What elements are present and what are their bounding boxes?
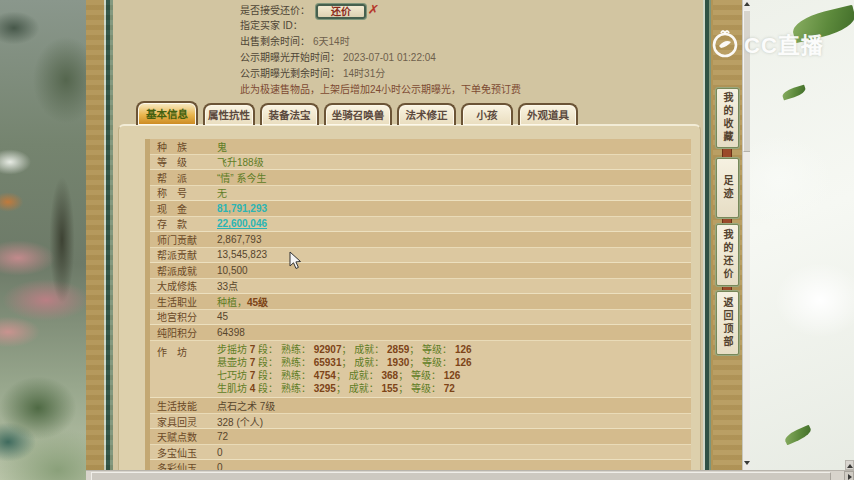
leaf-icon [781,85,807,101]
cc-live-logo: CC直播 [709,27,824,59]
value-segment: 126 [455,357,472,368]
row-label: 生活技能 [150,398,207,413]
row-value: “情” 系今生 [217,170,266,185]
value-segment: 2859 [387,344,409,355]
cc-logo-icon [709,27,741,59]
scrollbar-corner-up-button[interactable] [845,460,854,470]
value-segment: 126 [444,370,461,381]
value-segment: ； 等级： [398,383,444,394]
tab-3[interactable]: 坐骑召唤兽 [324,103,392,125]
row-label: 作 坊 [150,341,207,398]
table-row: 种 族鬼 [150,139,691,155]
page-content: 是否接受还价：还价✗ 指定买家 ID： 出售剩余时间：6天14时 公示期曝光开始… [113,0,703,480]
tab-content-panel: 种 族鬼等 级飞升188级帮 派“情” 系今生称 号无现 金81,791,293… [118,124,701,473]
row-label: 生活职业 [150,294,207,309]
row-label: 家具回灵 [150,414,207,429]
row-label: 纯阳积分 [150,325,207,340]
tab-6[interactable]: 外观道具 [518,103,578,125]
row-label: 存 款 [150,217,207,232]
table-row: 现 金81,791,293 [150,201,691,217]
sidebar-button-3[interactable]: 返回顶部 [716,291,739,355]
value-segment: 种植， [217,294,247,309]
cc-live-logo-text: CC直播 [744,27,824,59]
row-value: 45 [217,310,228,325]
table-row: 家具回灵328 (个人) [150,414,691,430]
tab-5[interactable]: 小孩 [461,103,513,125]
value-segment: 368 [382,370,399,381]
scroll-right-arrow-button[interactable] [844,471,854,480]
value-segment: 92907 [314,344,342,355]
left-decorative-art [0,0,86,480]
expo-remaining-label: 公示期曝光剩余时间： [240,68,340,79]
tab-0[interactable]: 基本信息 [136,101,198,125]
row-label: 称 号 [150,186,207,201]
value-segment: ； 等级： [398,370,444,381]
value-segment: 生肌坊 [217,383,250,394]
workshop-line: 步摇坊 7 段： 熟练： 92907； 成就： 2859； 等级： 126 [217,343,472,356]
table-row: 等 级飞升188级 [150,155,691,171]
buyer-id-row: 指定买家 ID： [240,18,521,34]
sale-info-block: 是否接受还价：还价✗ 指定买家 ID： 出售剩余时间：6天14时 公示期曝光开始… [240,2,521,98]
workshop-line: 七巧坊 7 段： 熟练： 4754； 成就： 368； 等级： 126 [217,369,472,382]
row-value: 鬼 [217,139,227,154]
row-value: 点石之术 7级 [217,398,275,413]
row-label: 帮派贡献 [150,248,207,263]
expo-remaining-value: 14时31分 [343,68,385,79]
table-row: 称 号无 [150,186,691,202]
value-segment: 段： 熟练： [255,383,313,394]
workshop-line: 悬壶坊 7 段： 熟练： 65931； 成就： 1930； 等级： 126 [217,356,472,369]
value-segment: ； 成就： [336,370,382,381]
row-label: 师门贡献 [150,232,207,247]
row-value: 无 [217,186,227,201]
table-row: 帮 派“情” 系今生 [150,170,691,186]
value-segment: 4754 [314,370,336,381]
row-label: 大成修炼 [150,279,207,294]
sale-remaining-value: 6天14时 [313,36,350,47]
value-segment: 悬壶坊 [217,357,250,368]
tab-2[interactable]: 装备法宝 [260,103,319,125]
tab-bar: 基本信息属性抗性装备法宝坐骑召唤兽法术修正小孩外观道具 [136,101,578,125]
row-label: 地宫积分 [150,310,207,325]
table-row: 地宫积分45 [150,310,691,326]
table-row: 天赋点数72 [150,429,691,445]
value-segment: ； 等级： [409,344,455,355]
sale-remaining-label: 出售剩余时间： [240,36,310,47]
sidebar-button-1[interactable]: 足迹 [716,158,739,218]
row-label: 等 级 [150,155,207,170]
table-row: 生活职业种植，45级 [150,294,691,310]
row-value: 81,791,293 [217,201,267,216]
row-value: 64398 [217,325,245,340]
tab-4[interactable]: 法术修正 [397,103,456,125]
value-segment: 1930 [387,357,409,368]
leaf-icon [783,425,813,446]
value-segment: ； 成就： [336,383,382,394]
counter-offer-button[interactable]: 还价 [316,4,366,19]
table-row: 师门贡献2,867,793 [150,232,691,248]
value-segment: ； 成就： [342,344,388,355]
value-segment: 3295 [314,383,336,394]
horizontal-scrollbar[interactable] [86,470,854,480]
value-segment: 七巧坊 [217,370,250,381]
expo-remaining-row: 公示期曝光剩余时间：14时31分 [240,66,521,82]
expo-start-value: 2023-07-01 01:22:04 [343,52,436,63]
value-segment: ； 成就： [342,357,388,368]
horizontal-scroll-thumb[interactable] [91,472,831,480]
row-label: 种 族 [150,139,207,154]
sidebar-button-0[interactable]: 我的收藏 [716,88,739,148]
page-left-border [86,0,113,480]
row-value: 2,867,793 [217,232,262,247]
express-sale-notice: 此为极速售物品，上架后增加24小时公示期曝光，下单免预订费 [240,82,521,98]
row-value[interactable]: 22,600,046 [217,217,267,232]
row-label: 天赋点数 [150,429,207,444]
page-right-border [703,0,713,480]
row-label: 现 金 [150,201,207,216]
workshop-line: 生肌坊 4 段： 熟练： 3295； 成就： 155； 等级： 72 [217,382,472,395]
sidebar-button-2[interactable]: 我的还价 [716,224,739,286]
row-label: 帮派成就 [150,263,207,278]
screenshot-root: 是否接受还价：还价✗ 指定买家 ID： 出售剩余时间：6天14时 公示期曝光开始… [0,0,854,480]
value-segment: 126 [455,344,472,355]
value-segment: 段： 熟练： [255,344,313,355]
tab-1[interactable]: 属性抗性 [203,103,255,125]
row-label: 多宝仙玉 [150,445,207,460]
row-value: 72 [217,429,228,444]
